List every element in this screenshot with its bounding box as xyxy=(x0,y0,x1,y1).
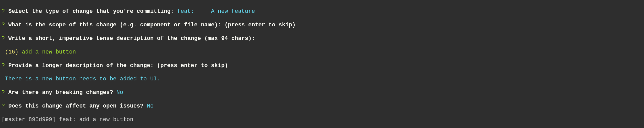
desc-text: There is a new button needs to be added … xyxy=(2,76,160,82)
prompt-line-commit-type: ? Select the type of change that you're … xyxy=(2,8,642,15)
prompt-text: Does this change affect any open issues? xyxy=(5,103,143,109)
prompt-line-long-desc: ? Provide a longer description of the ch… xyxy=(2,62,642,69)
question-mark-icon: ? xyxy=(2,62,5,69)
question-mark-icon: ? xyxy=(2,35,5,42)
terminal-output[interactable]: ? Select the type of change that you're … xyxy=(0,0,644,128)
answer-text: No xyxy=(113,89,123,96)
answer-text: No xyxy=(144,103,154,109)
prompt-text: Provide a longer description of the chan… xyxy=(5,62,228,69)
prompt-line-issues: ? Does this change affect any open issue… xyxy=(2,103,642,110)
desc-text: add a new button xyxy=(18,49,76,55)
long-desc-answer: There is a new button needs to be added … xyxy=(2,76,642,82)
prompt-line-breaking: ? Are there any breaking changes? No xyxy=(2,89,642,96)
prompt-text: What is the scope of this change (e.g. c… xyxy=(5,22,295,28)
prompt-text: Are there any breaking changes? xyxy=(5,89,113,96)
answer-text: feat: A new feature xyxy=(174,8,255,15)
char-count: (16) xyxy=(2,49,18,55)
prompt-line-short-desc: ? Write a short, imperative tense descri… xyxy=(2,35,642,42)
prompt-text: Select the type of change that you're co… xyxy=(5,8,174,15)
git-output-line: [master 895d999] feat: add a new button xyxy=(2,116,642,123)
prompt-line-scope: ? What is the scope of this change (e.g.… xyxy=(2,22,642,28)
prompt-text: Write a short, imperative tense descript… xyxy=(5,35,255,42)
question-mark-icon: ? xyxy=(2,8,5,15)
question-mark-icon: ? xyxy=(2,89,5,96)
question-mark-icon: ? xyxy=(2,103,5,109)
short-desc-answer: (16) add a new button xyxy=(2,49,642,56)
question-mark-icon: ? xyxy=(2,22,5,28)
